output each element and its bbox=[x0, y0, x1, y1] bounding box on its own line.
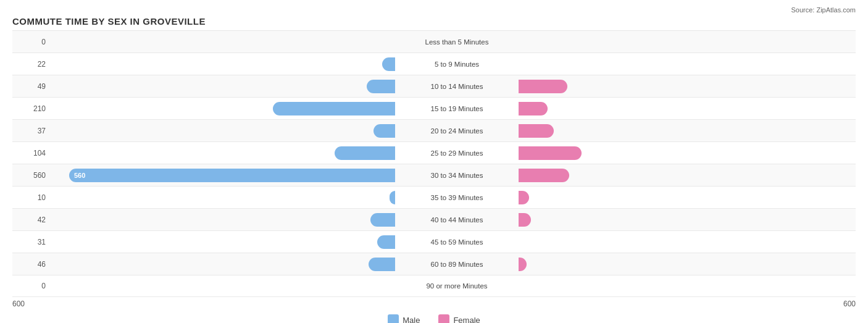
source-text: Source: ZipAtlas.com bbox=[12, 6, 856, 14]
male-bar bbox=[382, 57, 395, 71]
male-bar bbox=[367, 80, 395, 93]
bar-label: 10 to 14 Minutes bbox=[395, 83, 519, 90]
chart-row: 3145 to 59 Minutes0 bbox=[12, 230, 856, 253]
male-bar bbox=[273, 102, 395, 115]
male-bar bbox=[370, 213, 395, 227]
male-value: 210 bbox=[12, 104, 49, 113]
bar-label: 20 to 24 Minutes bbox=[395, 127, 519, 135]
male-bar-container bbox=[49, 80, 395, 93]
female-value: 84 bbox=[864, 82, 868, 91]
chart-row: 4660 to 89 Minutes14 bbox=[12, 253, 856, 275]
bar-label: 40 to 44 Minutes bbox=[395, 216, 519, 224]
male-bar bbox=[390, 191, 395, 204]
axis-row: 600 600 bbox=[12, 297, 856, 311]
male-value: 22 bbox=[12, 60, 49, 69]
female-bar bbox=[519, 102, 548, 115]
male-value: 10 bbox=[12, 193, 49, 202]
female-bar-container bbox=[519, 191, 864, 204]
female-bar-container bbox=[519, 80, 864, 93]
male-bar: 560 bbox=[69, 169, 395, 182]
male-value: 560 bbox=[12, 171, 49, 180]
female-value: 0 bbox=[864, 238, 868, 246]
bar-label: 35 to 39 Minutes bbox=[395, 194, 519, 201]
axis-left: 600 bbox=[12, 300, 25, 308]
chart-area: 0Less than 5 Minutes0225 to 9 Minutes049… bbox=[12, 30, 856, 323]
bar-label: 25 to 29 Minutes bbox=[395, 149, 519, 157]
male-bar-container bbox=[49, 235, 395, 249]
female-label: Female bbox=[453, 316, 480, 324]
female-bar-container bbox=[519, 146, 864, 160]
bar-label: 15 to 19 Minutes bbox=[395, 105, 519, 112]
female-value: 87 bbox=[864, 171, 868, 180]
legend: Male Female bbox=[12, 314, 856, 323]
axis-right: 600 bbox=[843, 300, 856, 308]
male-bar-container bbox=[49, 191, 395, 204]
female-value: 18 bbox=[864, 193, 868, 202]
female-bar-container bbox=[519, 213, 864, 227]
bar-label: 5 to 9 Minutes bbox=[395, 61, 519, 68]
bar-label: 60 to 89 Minutes bbox=[395, 261, 519, 268]
male-bar-container bbox=[49, 146, 395, 160]
bar-label: Less than 5 Minutes bbox=[395, 38, 519, 46]
legend-male: Male bbox=[388, 314, 420, 323]
female-bar-container bbox=[519, 124, 864, 138]
chart-row: 4240 to 44 Minutes21 bbox=[12, 208, 856, 230]
female-value: 0 bbox=[864, 38, 868, 46]
male-bar-container bbox=[49, 102, 395, 115]
chart-row: 3720 to 24 Minutes60 bbox=[12, 119, 856, 141]
chart-row: 1035 to 39 Minutes18 bbox=[12, 186, 856, 208]
male-bar-container: 560 bbox=[49, 169, 395, 182]
male-bar bbox=[369, 258, 395, 271]
male-value: 46 bbox=[12, 260, 49, 269]
female-bar bbox=[519, 124, 554, 138]
female-bar bbox=[519, 146, 582, 160]
chart-title: COMMUTE TIME BY SEX IN GROVEVILLE bbox=[12, 16, 856, 27]
male-bar bbox=[377, 235, 395, 249]
male-value: 42 bbox=[12, 216, 49, 224]
female-value: 50 bbox=[864, 104, 868, 113]
female-bar bbox=[519, 169, 569, 182]
female-bar-container bbox=[519, 102, 864, 115]
female-color-box bbox=[438, 314, 449, 323]
female-bar-container bbox=[519, 258, 864, 271]
male-value: 49 bbox=[12, 82, 49, 91]
male-bar-container bbox=[49, 213, 395, 227]
female-bar bbox=[519, 80, 567, 93]
male-value: 104 bbox=[12, 149, 49, 157]
female-value: 60 bbox=[864, 127, 868, 135]
chart-row: 4910 to 14 Minutes84 bbox=[12, 75, 856, 97]
female-bar bbox=[519, 258, 527, 271]
male-value: 37 bbox=[12, 127, 49, 135]
chart-row: 10425 to 29 Minutes108 bbox=[12, 141, 856, 164]
bar-label: 90 or more Minutes bbox=[395, 282, 519, 290]
male-bar-container bbox=[49, 258, 395, 271]
male-bar-container bbox=[49, 124, 395, 138]
male-value: 0 bbox=[12, 282, 49, 290]
female-bar bbox=[519, 191, 529, 204]
male-bar bbox=[373, 124, 395, 138]
chart-row: 0Less than 5 Minutes0 bbox=[12, 30, 856, 52]
bar-label: 30 to 34 Minutes bbox=[395, 172, 519, 179]
female-value: 14 bbox=[864, 260, 868, 269]
female-bar bbox=[519, 213, 531, 227]
female-value: 0 bbox=[864, 282, 868, 290]
chart-row: 225 to 9 Minutes0 bbox=[12, 52, 856, 75]
female-value: 21 bbox=[864, 216, 868, 224]
female-bar-container bbox=[519, 169, 864, 182]
chart-row: 21015 to 19 Minutes50 bbox=[12, 97, 856, 119]
legend-female: Female bbox=[438, 314, 480, 323]
female-value: 0 bbox=[864, 60, 868, 69]
male-value: 0 bbox=[12, 38, 49, 46]
male-value: 31 bbox=[12, 238, 49, 246]
chart-row: 56056030 to 34 Minutes87 bbox=[12, 164, 856, 186]
male-bar bbox=[335, 146, 395, 160]
chart-row: 090 or more Minutes0 bbox=[12, 275, 856, 297]
female-value: 108 bbox=[864, 149, 868, 157]
male-label: Male bbox=[403, 316, 420, 324]
male-bar-container bbox=[49, 57, 395, 71]
male-color-box bbox=[388, 314, 399, 323]
bar-label: 45 to 59 Minutes bbox=[395, 238, 519, 246]
